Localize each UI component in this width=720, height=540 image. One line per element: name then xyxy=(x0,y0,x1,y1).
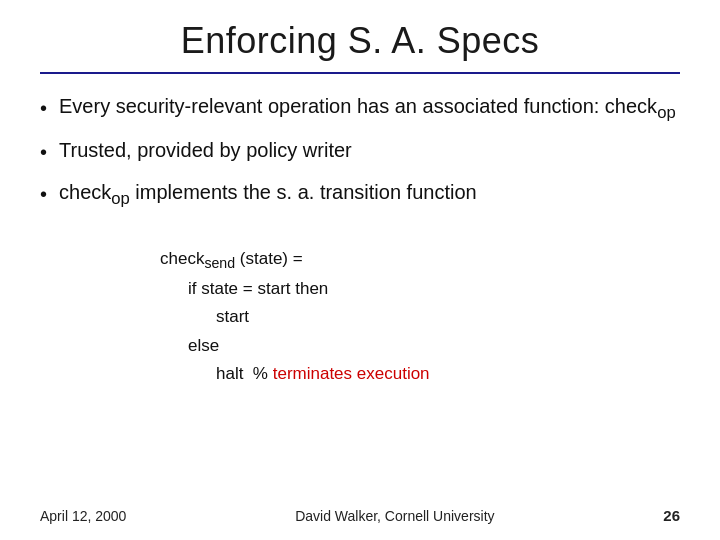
code-line-5: halt % terminates execution xyxy=(160,360,680,388)
bullet-dot: • xyxy=(40,94,47,122)
code-line-3: start xyxy=(160,303,680,331)
title-area: Enforcing S. A. Specs xyxy=(40,20,680,74)
footer: April 12, 2000 David Walker, Cornell Uni… xyxy=(40,499,680,524)
footer-date: April 12, 2000 xyxy=(40,508,126,524)
bullet-list: • Every security-relevant operation has … xyxy=(40,92,680,223)
footer-attribution: David Walker, Cornell University xyxy=(295,508,494,524)
code-line-1: checksend (state) = xyxy=(160,245,680,276)
bullet-text-1: Every security-relevant operation has an… xyxy=(59,92,676,124)
list-item: • Trusted, provided by policy writer xyxy=(40,136,680,166)
code-line-4: else xyxy=(160,332,680,360)
bullet-dot: • xyxy=(40,138,47,166)
slide: Enforcing S. A. Specs • Every security-r… xyxy=(0,0,720,540)
code-line-2: if state = start then xyxy=(160,275,680,303)
slide-title: Enforcing S. A. Specs xyxy=(40,20,680,62)
bullet-text-3: checkop implements the s. a. transition … xyxy=(59,178,477,210)
terminates-text: terminates execution xyxy=(273,364,430,383)
code-block: checksend (state) = if state = start the… xyxy=(160,245,680,388)
bullet-text-2: Trusted, provided by policy writer xyxy=(59,136,352,164)
list-item: • Every security-relevant operation has … xyxy=(40,92,680,124)
list-item: • checkop implements the s. a. transitio… xyxy=(40,178,680,210)
footer-page-number: 26 xyxy=(663,507,680,524)
bullet-dot: • xyxy=(40,180,47,208)
content-area: • Every security-relevant operation has … xyxy=(40,92,680,499)
